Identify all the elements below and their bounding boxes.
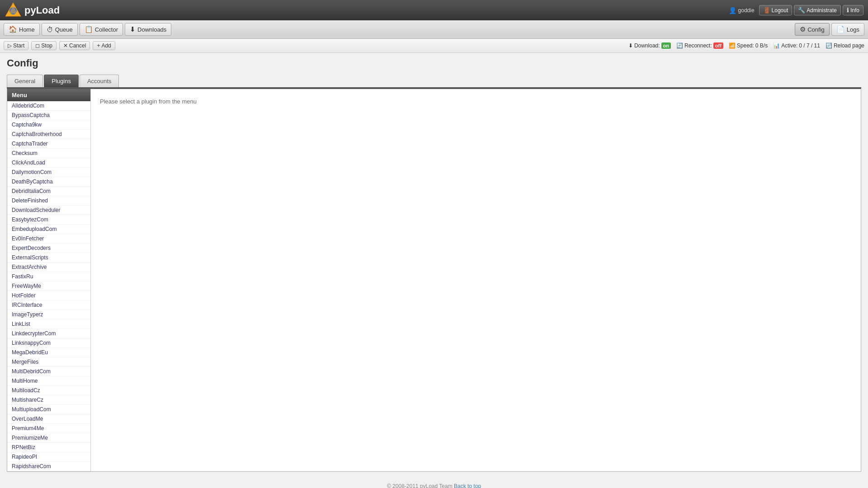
username: goddie [738, 7, 755, 14]
add-button[interactable]: + Add [93, 41, 115, 50]
nav-queue[interactable]: ⏱ Queue [42, 23, 78, 36]
plugin-item[interactable]: ExternalScripts [7, 253, 90, 263]
logo-text: pyLoad [24, 5, 60, 16]
cancel-icon: ✕ [63, 42, 68, 49]
tab-accounts[interactable]: Accounts [80, 75, 119, 87]
plugin-item[interactable]: ExpertDecoders [7, 244, 90, 253]
nav-right: ⚙ Config 📄 Logs [795, 23, 864, 36]
speed-value: 0 B/s [755, 42, 768, 49]
info-icon: ℹ [847, 7, 849, 14]
nav-left: 🏠 Home ⏱ Queue 📋 Collector ⬇ Downloads [4, 23, 171, 36]
plugin-item[interactable]: RapidshareCom [7, 462, 90, 471]
reload-icon: 🔃 [826, 42, 832, 49]
plugin-item[interactable]: LinkdecrypterCom [7, 329, 90, 338]
start-button[interactable]: ▷ Start [4, 41, 28, 50]
plugin-item[interactable]: ImageTyperz [7, 310, 90, 319]
download-status: ⬇ Download: on [628, 42, 671, 49]
plugin-item[interactable]: EasybytezCom [7, 215, 90, 225]
downloads-icon: ⬇ [130, 25, 136, 33]
active-value: 0 / 7 / 11 [799, 42, 820, 49]
reconnect-badge: off [713, 42, 723, 49]
nav-logs[interactable]: 📄 Logs [831, 23, 864, 36]
plugin-item[interactable]: CaptchaTrader [7, 139, 90, 149]
nav-config[interactable]: ⚙ Config [795, 23, 830, 36]
cancel-button[interactable]: ✕ Cancel [59, 41, 90, 50]
action-left: ▷ Start ◻ Stop ✕ Cancel + Add [4, 41, 115, 50]
tab-plugins[interactable]: Plugins [44, 75, 79, 87]
plugin-item[interactable]: DailymotionCom [7, 168, 90, 177]
reload-status[interactable]: 🔃 Reload page [826, 42, 864, 49]
plugin-item[interactable]: CaptchaBrotherhood [7, 130, 90, 139]
info-button[interactable]: ℹ Info [843, 5, 863, 15]
back-to-top-link[interactable]: Back to top [454, 483, 481, 488]
plugin-item[interactable]: MultiHome [7, 376, 90, 386]
footer: © 2008-2011 pyLoad Team Back to top [0, 476, 868, 488]
plugin-item[interactable]: DeleteFinished [7, 196, 90, 206]
plugin-item[interactable]: Ev0InFetcher [7, 234, 90, 244]
plugin-item[interactable]: MultiuploadCom [7, 405, 90, 414]
stop-icon: ◻ [35, 42, 40, 49]
logo-area: pyLoad [5, 2, 60, 19]
plugin-item[interactable]: FastixRu [7, 272, 90, 282]
download-icon: ⬇ [628, 42, 633, 49]
plugin-sidebar-header: Menu [7, 89, 90, 101]
top-right-buttons: 👤 goddie 🚪 Logout 🔧 Administrate ℹ Info [729, 5, 863, 15]
plugin-content: Please select a plugin from the menu [91, 89, 861, 471]
plugin-item[interactable]: Checksum [7, 149, 90, 158]
plugin-item[interactable]: ExtractArchive [7, 263, 90, 272]
user-icon: 👤 [729, 7, 736, 14]
plugin-item[interactable]: MegaDebridEu [7, 348, 90, 357]
navbar: 🏠 Home ⏱ Queue 📋 Collector ⬇ Downloads ⚙… [0, 20, 868, 39]
stop-button[interactable]: ◻ Stop [31, 41, 57, 50]
add-icon: + [97, 42, 100, 49]
plugin-list: AlldebridComBypassCaptchaCaptcha9kwCaptc… [7, 101, 90, 471]
plugin-item[interactable]: MultiDebridCom [7, 367, 90, 376]
plugin-item[interactable]: PremiumizeMe [7, 433, 90, 443]
action-right: ⬇ Download: on 🔄 Reconnect: off 📶 Speed:… [628, 42, 864, 49]
queue-icon: ⏱ [47, 26, 53, 33]
plugin-item[interactable]: Captcha9kw [7, 120, 90, 130]
active-status: 📊 Active: 0 / 7 / 11 [773, 42, 820, 49]
home-icon: 🏠 [9, 25, 17, 33]
page-title: Config [7, 57, 861, 69]
logs-icon: 📄 [836, 25, 845, 33]
download-badge: on [661, 42, 671, 49]
plugin-item[interactable]: LinkList [7, 319, 90, 329]
logout-icon: 🚪 [763, 7, 770, 14]
config-icon: ⚙ [800, 25, 806, 33]
active-icon: 📊 [773, 42, 780, 49]
plugin-item[interactable]: RPNetBiz [7, 443, 90, 452]
plugin-item[interactable]: MultiloadCz [7, 386, 90, 395]
plugin-item[interactable]: HotFolder [7, 291, 90, 300]
plugin-item[interactable]: AlldebridCom [7, 101, 90, 111]
nav-collector[interactable]: 📋 Collector [80, 23, 123, 36]
nav-downloads[interactable]: ⬇ Downloads [125, 23, 171, 36]
plugin-item[interactable]: DownloadScheduler [7, 206, 90, 215]
plugin-item[interactable]: LinksnappyCom [7, 338, 90, 348]
top-bar: pyLoad 👤 goddie 🚪 Logout 🔧 Administrate … [0, 0, 868, 20]
plugin-item[interactable]: BypassCaptcha [7, 111, 90, 120]
plugin-content-placeholder: Please select a plugin from the menu [100, 98, 197, 105]
plugin-item[interactable]: MergeFiles [7, 357, 90, 367]
plugin-item[interactable]: OverLoadMe [7, 414, 90, 424]
nav-home[interactable]: 🏠 Home [4, 23, 40, 36]
plugin-item[interactable]: FreeWayMe [7, 282, 90, 291]
plugin-item[interactable]: RapideoPI [7, 452, 90, 462]
plugin-item[interactable]: MultishareCz [7, 395, 90, 405]
plugin-item[interactable]: DeathByCaptcha [7, 177, 90, 187]
tabs: General Plugins Accounts [7, 75, 861, 88]
logout-button[interactable]: 🚪 Logout [759, 5, 793, 15]
start-icon: ▷ [8, 42, 12, 49]
plugin-item[interactable]: Premium4Me [7, 424, 90, 433]
reconnect-status: 🔄 Reconnect: off [676, 42, 723, 49]
collector-icon: 📋 [85, 25, 93, 33]
plugin-item[interactable]: ClickAndLoad [7, 158, 90, 168]
tab-general[interactable]: General [7, 75, 43, 87]
plugin-item[interactable]: EmbeduploadCom [7, 225, 90, 234]
main-content: Config General Plugins Accounts Menu All… [0, 53, 868, 476]
administrate-button[interactable]: 🔧 Administrate [794, 5, 841, 15]
plugins-panel: Menu AlldebridComBypassCaptchaCaptcha9kw… [7, 88, 861, 472]
reconnect-icon: 🔄 [676, 42, 683, 49]
plugin-item[interactable]: DebridItaliaCom [7, 187, 90, 196]
plugin-item[interactable]: IRCInterface [7, 300, 90, 310]
